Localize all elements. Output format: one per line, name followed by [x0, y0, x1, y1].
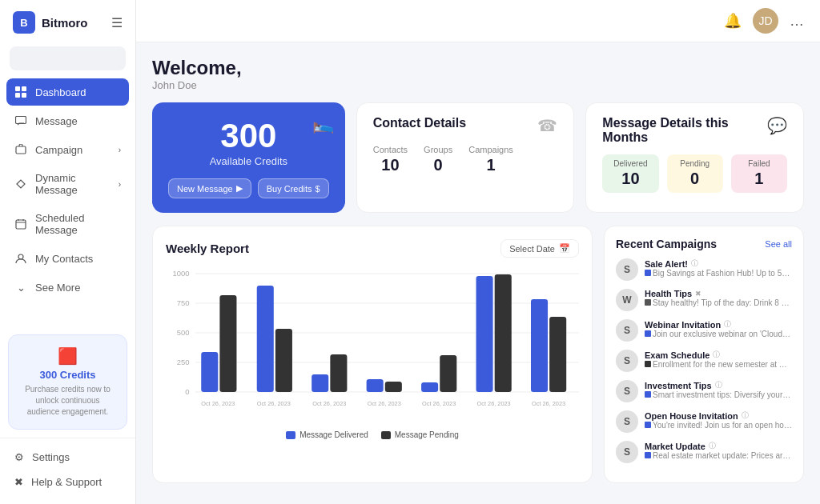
buy-credits-button[interactable]: Buy Credits $	[258, 178, 329, 198]
list-item[interactable]: S Sale Alert!ⓘ Big Savings at Fashion Hu…	[616, 258, 792, 281]
scheduled-icon	[14, 218, 27, 230]
sidebar-item-my-contacts[interactable]: My Contacts	[6, 245, 129, 272]
campaign-info: Investment Tipsⓘ Smart investment tips: …	[645, 380, 792, 399]
list-item[interactable]: S Investment Tipsⓘ Smart investment tips…	[616, 380, 792, 402]
campaign-info: Exam Scheduleⓘ Enrollment for the new se…	[645, 350, 792, 369]
credits-buttons: New Message ▶ Buy Credits $	[168, 178, 329, 198]
campaign-avatar: S	[616, 350, 638, 372]
campaign-info: Sale Alert!ⓘ Big Savings at Fashion Hub!…	[645, 258, 792, 278]
list-item[interactable]: S Open House Invitationⓘ You're invited!…	[616, 410, 792, 433]
weekly-report-card: Weekly Report Select Date 📅	[152, 226, 593, 483]
report-title: Weekly Report	[166, 242, 249, 255]
chart-area: 1000 750 500 250 0	[166, 266, 579, 426]
list-item[interactable]: S Webinar Invitationⓘ Join our exclusive…	[616, 319, 792, 342]
recent-campaigns-card: Recent Campaigns See all S Sale Alert!ⓘ …	[604, 226, 804, 483]
cards-row: 🛌 300 Available Credits New Message ▶ Bu…	[152, 102, 804, 213]
chevron-icon: ›	[119, 146, 121, 154]
notification-icon[interactable]: 🔔	[724, 12, 742, 30]
svg-rect-20	[219, 295, 236, 392]
campaign-info: Webinar Invitationⓘ Join our exclusive w…	[645, 319, 792, 338]
dynamic-icon	[14, 178, 27, 190]
campaign-avatar: S	[616, 258, 638, 281]
credits-amount: 300	[168, 117, 329, 155]
list-item[interactable]: W Health Tips✖ Stay healthy! Tip of the …	[616, 289, 792, 311]
message-icon	[14, 114, 27, 127]
sidebar-item-see-more[interactable]: ⌄ See More	[6, 274, 129, 301]
msg-stat-pending: Pending 0	[667, 154, 723, 193]
svg-marker-6	[17, 180, 25, 188]
hamburger-icon[interactable]: ☰	[111, 15, 123, 30]
sidebar-item-label: See More	[35, 282, 80, 294]
sidebar-bottom: ⚙ Settings ✖ Help & Support	[0, 438, 135, 504]
new-message-button[interactable]: New Message ▶	[168, 178, 251, 198]
logo-text: Bitmoro	[42, 16, 88, 30]
svg-rect-21	[257, 286, 274, 392]
svg-rect-24	[330, 354, 347, 392]
sidebar-item-label: Scheduled Message	[35, 212, 121, 236]
list-item[interactable]: S Market Updateⓘ Real estate market upda…	[616, 441, 792, 463]
sidebar-logo: B Bitmoro ☰	[0, 0, 135, 42]
svg-rect-32	[549, 317, 566, 392]
svg-text:Oct 26, 2023: Oct 26, 2023	[312, 401, 346, 407]
menu-icon[interactable]: …	[790, 13, 804, 30]
content-area: Welcome, John Doe 🛌 300 Available Credit…	[136, 42, 820, 504]
campaign-icon	[14, 143, 27, 156]
bottom-row: Weekly Report Select Date 📅	[152, 226, 804, 483]
sidebar-item-message[interactable]: Message	[6, 107, 129, 134]
svg-rect-23	[312, 374, 328, 392]
sidebar-item-settings[interactable]: ⚙ Settings	[6, 445, 129, 470]
avatar[interactable]: JD	[753, 8, 778, 34]
sidebar-item-dashboard[interactable]: Dashboard	[6, 78, 129, 106]
credits-box: 🟥 300 Credits Purchase credits now to un…	[8, 334, 127, 430]
rc-header: Recent Campaigns See all	[616, 238, 792, 250]
svg-rect-4	[16, 117, 26, 124]
credits-icon: 🟥	[18, 346, 117, 366]
campaign-avatar: S	[616, 380, 638, 402]
select-date-button[interactable]: Select Date 📅	[500, 239, 579, 258]
svg-rect-31	[531, 299, 548, 392]
sidebar-item-label: Campaign	[35, 144, 82, 156]
report-header: Weekly Report Select Date 📅	[166, 239, 579, 258]
svg-text:Oct 26, 2023: Oct 26, 2023	[201, 401, 235, 407]
bar-chart-svg: 1000 750 500 250 0	[166, 266, 579, 426]
chat-icon: 💬	[767, 116, 787, 135]
svg-rect-29	[476, 276, 493, 392]
sidebar-item-dynamic-message[interactable]: Dynamic Message ›	[6, 165, 129, 203]
svg-rect-19	[201, 352, 218, 392]
chevron-down-icon: ⌄	[14, 281, 27, 294]
sidebar-item-campaign[interactable]: Campaign ›	[6, 136, 129, 163]
legend-color-delivered	[286, 431, 295, 439]
svg-text:Oct 26, 2023: Oct 26, 2023	[477, 401, 511, 407]
campaign-info: Health Tips✖ Stay healthy! Tip of the da…	[645, 289, 792, 307]
chevron-icon: ›	[119, 180, 121, 189]
phone-icon: ☎	[537, 116, 557, 135]
svg-rect-2	[15, 93, 20, 98]
list-item[interactable]: S Exam Scheduleⓘ Enrollment for the new …	[616, 350, 792, 372]
msg-stat-delivered: Delivered 10	[602, 154, 658, 193]
svg-text:Oct 26, 2023: Oct 26, 2023	[257, 401, 291, 407]
svg-rect-26	[385, 382, 402, 392]
svg-rect-1	[22, 86, 26, 91]
contact-details-card: Contact Details ☎ Contacts 10 Groups 0 C…	[356, 102, 575, 213]
calendar-icon: 📅	[559, 243, 570, 254]
sidebar-item-scheduled[interactable]: Scheduled Message	[6, 205, 129, 243]
sidebar-item-help-support[interactable]: ✖ Help & Support	[6, 470, 129, 494]
chart-legend: Message Delivered Message Pending	[166, 430, 579, 439]
logo-icon: B	[13, 11, 35, 34]
sidebar-item-label: My Contacts	[35, 253, 93, 265]
svg-rect-0	[15, 86, 20, 91]
campaign-avatar: W	[616, 289, 638, 311]
svg-rect-27	[421, 382, 438, 392]
sidebar-search[interactable]	[10, 46, 126, 70]
see-all-button[interactable]: See all	[765, 239, 792, 249]
grid-icon	[14, 86, 27, 98]
main-content: 🔔 JD … Welcome, John Doe 🛌 300 Available…	[136, 0, 820, 504]
svg-rect-28	[440, 355, 456, 392]
sidebar: B Bitmoro ☰ Dashboard	[0, 0, 136, 504]
message-details-card: Message Details this Months 💬 Delivered …	[585, 102, 804, 213]
campaign-avatar: S	[616, 319, 638, 342]
dollar-icon: $	[316, 184, 320, 194]
svg-text:0: 0	[185, 388, 189, 396]
nav-items: Dashboard Message Campaign ›	[0, 78, 135, 326]
campaign-info: Open House Invitationⓘ You're invited! J…	[645, 410, 792, 430]
